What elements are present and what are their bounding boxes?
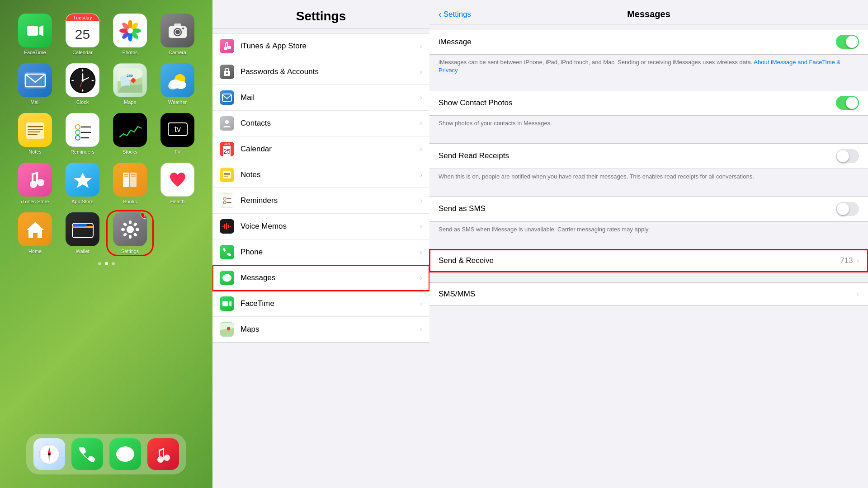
app-clock[interactable]: Clock (61, 63, 104, 105)
app-photos[interactable]: Photos (108, 14, 151, 55)
app-itunes[interactable]: iTunes Store (14, 163, 57, 204)
contacts-chevron: › (420, 119, 422, 127)
dock-messages[interactable] (109, 438, 141, 470)
settings-panel: Settings iTunes & App Store › Passwords … (212, 0, 429, 488)
settings-item-contacts[interactable]: Contacts › (212, 111, 429, 136)
app-wallet[interactable]: Wallet (61, 212, 104, 254)
settings-item-passwords[interactable]: Passwords & Accounts › (212, 59, 429, 85)
app-stocks[interactable]: Stocks (108, 113, 151, 155)
svg-rect-64 (124, 176, 128, 177)
tv-icon: tv (160, 113, 194, 147)
back-chevron-icon: ‹ (439, 9, 442, 19)
app-tv[interactable]: tv TV (156, 113, 199, 155)
app-reminders[interactable]: Reminders (61, 113, 104, 155)
dock-phone[interactable] (71, 438, 103, 470)
show-contact-photos-toggle[interactable] (836, 96, 859, 110)
svg-point-32 (82, 90, 83, 91)
appstore-icon (66, 163, 99, 197)
svg-point-30 (82, 70, 83, 71)
calendar-day-label: Tuesday (66, 14, 99, 21)
svg-rect-103 (222, 94, 231, 101)
send-read-receipts-description: When this is on, people are notified whe… (429, 169, 868, 186)
music-dock-icon (147, 438, 179, 470)
phone-chevron: › (420, 248, 422, 256)
messages-detail-title: Messages (627, 9, 670, 19)
send-read-receipts-row[interactable]: Send Read Receipts (429, 144, 868, 169)
send-receive-section: Send & Receive 713 › (429, 249, 868, 272)
stocks-icon (113, 113, 147, 147)
smsmms-row[interactable]: SMS/MMS › (429, 283, 868, 305)
show-contact-photos-row[interactable]: Show Contact Photos (429, 90, 868, 115)
calendar-chevron: › (420, 145, 422, 153)
back-button[interactable]: ‹ Settings (439, 9, 471, 19)
send-receive-label: Send & Receive (439, 256, 840, 265)
app-home[interactable]: Home (14, 212, 57, 254)
svg-rect-99 (225, 43, 226, 48)
settings-item-phone[interactable]: Phone › (212, 239, 429, 265)
imessage-label: iMessage (439, 38, 836, 47)
smsmms-chevron: › (857, 290, 859, 298)
send-as-sms-toggle[interactable] (836, 202, 859, 216)
messages-detail-header: ‹ Settings Messages (429, 0, 868, 24)
dock-safari[interactable] (33, 438, 65, 470)
svg-point-109 (223, 197, 226, 200)
notes-icon (18, 113, 52, 147)
app-books[interactable]: Books (108, 163, 151, 204)
settings-item-maps[interactable]: Maps › (212, 317, 429, 342)
app-health[interactable]: Health (156, 163, 199, 204)
app-settings[interactable]: 1 Settings (108, 212, 151, 254)
app-facetime[interactable]: FaceTime (14, 14, 57, 55)
settings-item-voicememos[interactable]: Voice Memos › (212, 214, 429, 239)
mail-label: Mail (30, 99, 39, 105)
imessage-row[interactable]: iMessage (429, 29, 868, 54)
dot-1 (98, 262, 101, 265)
send-read-receipts-toggle[interactable] (836, 149, 859, 163)
app-calendar[interactable]: Tuesday 25 Calendar (61, 14, 104, 55)
svg-rect-107 (224, 174, 230, 175)
app-camera[interactable]: Camera (156, 14, 199, 55)
weather-label: Weather (168, 99, 187, 105)
calendar-icon: Tuesday 25 (66, 14, 99, 47)
send-as-sms-row[interactable]: Send as SMS (429, 197, 868, 221)
messages-header-wrapper: ‹ Settings Messages (439, 9, 859, 19)
svg-rect-47 (28, 134, 38, 135)
settings-item-messages[interactable]: Messages › (212, 265, 429, 291)
svg-point-57 (37, 179, 44, 186)
app-weather[interactable]: Weather (156, 63, 199, 105)
settings-list: iTunes & App Store › Passwords & Account… (212, 33, 429, 343)
calendar-day-num: 25 (66, 21, 99, 47)
imessage-privacy-link[interactable]: About iMessage and FaceTime & Privacy (439, 59, 840, 74)
app-notes[interactable]: Notes (14, 113, 57, 155)
imessage-toggle[interactable] (836, 35, 859, 49)
reminders-settings-icon (220, 193, 234, 208)
messages-settings-label: Messages (241, 273, 420, 282)
mail-settings-label: Mail (241, 93, 420, 102)
send-read-receipts-section: Send Read Receipts (429, 143, 868, 169)
svg-point-91 (157, 456, 164, 463)
svg-point-73 (127, 226, 134, 233)
reminders-label: Reminders (71, 149, 94, 155)
svg-rect-65 (131, 174, 136, 175)
contacts-settings-label: Contacts (241, 119, 420, 128)
app-maps[interactable]: 280 Maps (108, 63, 151, 105)
clock-icon (66, 63, 99, 97)
settings-item-notes[interactable]: Notes › (212, 162, 429, 188)
settings-item-itunes[interactable]: iTunes & App Store › (212, 33, 429, 59)
app-appstore[interactable]: App Store (61, 163, 104, 204)
settings-item-reminders[interactable]: Reminders › (212, 188, 429, 214)
settings-item-facetime[interactable]: FaceTime › (212, 291, 429, 317)
reminders-icon (66, 113, 99, 147)
svg-point-50 (75, 130, 80, 135)
imessage-section: iMessage (429, 29, 868, 55)
settings-item-calendar[interactable]: JAN 25 Calendar › (212, 136, 429, 162)
send-receive-row[interactable]: Send & Receive 713 › (429, 249, 868, 272)
voicememos-settings-label: Voice Memos (241, 222, 420, 231)
facetime-settings-label: FaceTime (241, 299, 420, 308)
svg-rect-59 (32, 174, 33, 184)
dock-music[interactable] (147, 438, 179, 470)
photos-label: Photos (122, 50, 137, 55)
svg-point-12 (127, 28, 133, 33)
svg-rect-80 (121, 228, 125, 231)
settings-item-mail[interactable]: Mail › (212, 85, 429, 111)
app-mail[interactable]: Mail (14, 63, 57, 105)
